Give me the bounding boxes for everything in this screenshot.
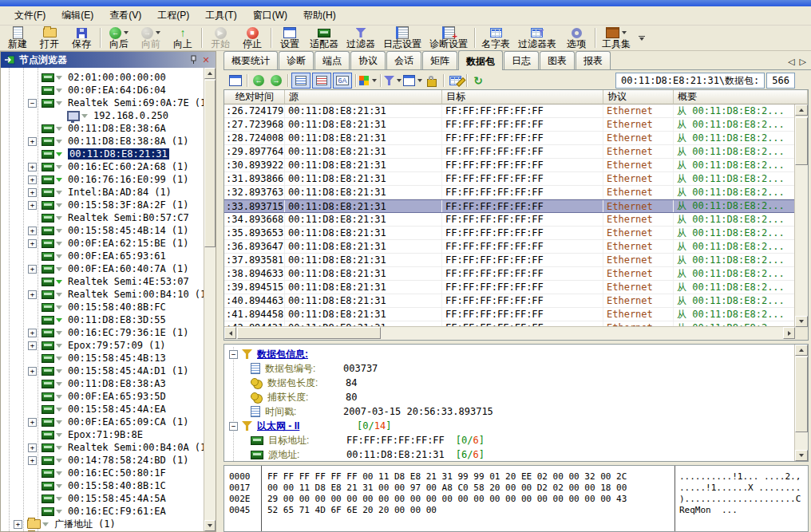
toolset-dropdown-caret[interactable]	[622, 31, 627, 34]
tree-expander[interactable]: +	[28, 265, 37, 274]
tab-protocols[interactable]: 协议	[350, 51, 386, 69]
tree-item[interactable]: 00:15:58:45:4B:13	[1, 352, 204, 365]
detail-scrollbar[interactable]	[794, 345, 808, 461]
column-header-summary[interactable]: 概要	[674, 90, 808, 104]
packet-row[interactable]: :35.89365300:11:D8:E8:21:31FF:FF:FF:FF:F…	[224, 227, 795, 240]
tab-diagnosis[interactable]: 诊断	[279, 51, 314, 69]
packet-row[interactable]: :31.89386600:11:D8:E8:21:31FF:FF:FF:FF:F…	[224, 172, 795, 186]
edit-table-button[interactable]	[447, 73, 463, 89]
tree-item[interactable]: Realtek Semi:B0:57:C7	[1, 211, 204, 224]
diagnosis-settings-button[interactable]: 诊断设置	[425, 26, 472, 50]
packet-row[interactable]: :38.89463300:11:D8:E8:21:31FF:FF:FF:FF:F…	[224, 267, 795, 281]
tab-charts[interactable]: 图表	[540, 51, 575, 69]
tab-scroll-left-button[interactable]: ◁	[788, 57, 794, 66]
packet-row[interactable]: :30.89392200:11:D8:E8:21:31FF:FF:FF:FF:F…	[224, 159, 795, 172]
tree-item[interactable]: +Realtek Semi:00:B4:10(1)	[1, 288, 204, 301]
tree-item[interactable]: 00:0F:EA:65:93:5D	[1, 390, 204, 403]
tree-item[interactable]: Realtek Semi:4E:53:07	[1, 275, 204, 288]
tree-item[interactable]: 00:15:58:40:8B:FC	[1, 301, 204, 313]
close-panel-button[interactable]: ✕	[200, 54, 212, 65]
tree-item[interactable]: 00:16:EC:F9:61:EA	[1, 505, 204, 518]
packet-row[interactable]: :26.72417900:11:D8:E8:21:31FF:FF:FF:FF:F…	[224, 104, 795, 118]
packet-row[interactable]: :37.89358100:11:D8:E8:21:31FF:FF:FF:FF:F…	[224, 254, 795, 267]
tree-item[interactable]: +Realtek Semi:00:B4:0A(1)	[1, 441, 204, 454]
detail-field-row[interactable]: 数据包长度:84	[224, 376, 795, 390]
tree-expander[interactable]: +	[28, 239, 37, 248]
tab-endpoints[interactable]: 端点	[315, 51, 350, 69]
tree-scrollbar[interactable]	[204, 68, 216, 531]
column-header-protocol[interactable]: 协议	[603, 90, 674, 104]
options-button[interactable]: 选项	[560, 26, 592, 50]
vertical-splitter[interactable]	[216, 51, 224, 532]
tree-item[interactable]: +00:16:76:16:E0:99(1)	[1, 173, 204, 186]
popup-window-button[interactable]	[227, 73, 243, 89]
tree-item[interactable]: 00:15:58:45:4A:5A	[1, 492, 204, 505]
tab-matrix[interactable]: 矩阵	[422, 51, 457, 69]
tree-item[interactable]: +00:0F:EA:65:09:CA(1)	[1, 416, 204, 428]
open-button[interactable]: 打开	[34, 26, 65, 50]
packet-row[interactable]: :28.72400800:11:D8:E8:21:31FF:FF:FF:FF:F…	[224, 132, 795, 145]
log-settings-button[interactable]: 日志设置	[379, 26, 425, 50]
packet-row[interactable]: :33.89371500:11:D8:E8:21:31FF:FF:FF:FF:F…	[224, 199, 795, 213]
color-scheme-caret[interactable]	[372, 79, 377, 82]
tree-item[interactable]: 00:15:58:45:4A:EA	[1, 403, 204, 416]
hex-view-toggle[interactable]: 6A	[333, 73, 352, 89]
tree-expander[interactable]: +	[28, 456, 37, 465]
detail-expander[interactable]: −	[229, 350, 238, 359]
tree-item[interactable]: +Intel:BA:AD:84(1)	[1, 186, 204, 199]
tree-item[interactable]: 00:15:58:40:8B:1C	[1, 479, 204, 492]
tree-item[interactable]: +00:15:58:3F:8A:2F(1)	[1, 199, 204, 211]
scroll-down-button[interactable]	[795, 316, 808, 327]
tree-item[interactable]: 00:0F:EA:64:D6:04	[1, 84, 204, 97]
tree-expander[interactable]: +	[28, 367, 37, 376]
detail-expander[interactable]: −	[229, 422, 238, 431]
tree-expander[interactable]: +	[28, 329, 37, 337]
tree-item[interactable]: 00:11:D8:E8:38:6A	[1, 122, 204, 135]
lock-scroll-button[interactable]	[424, 73, 440, 89]
menu-edit[interactable]: 编辑(E)	[53, 7, 101, 24]
tree-item[interactable]: +00:11:D8:E8:38:8A(1)	[1, 135, 204, 148]
tree-expander[interactable]: +	[28, 137, 37, 146]
tree-item[interactable]: Epox:71:9B:8E	[1, 428, 204, 441]
color-scheme-button[interactable]	[359, 73, 377, 89]
packet-row[interactable]: :27.72396800:11:D8:E8:21:31FF:FF:FF:FF:F…	[224, 118, 795, 132]
menu-file[interactable]: 文件(F)	[6, 7, 53, 24]
column-header-time[interactable]: 绝对时间	[224, 90, 285, 104]
tree-expander[interactable]: +	[28, 163, 37, 171]
tree-item[interactable]: 00:0F:EA:65:93:61	[1, 250, 204, 262]
column-header-source[interactable]: 源	[285, 90, 442, 104]
menu-view[interactable]: 查看(V)	[101, 7, 149, 24]
menu-tools[interactable]: 工具(T)	[197, 7, 244, 24]
column-header-destination[interactable]: 目标	[442, 90, 603, 104]
scroll-up-button[interactable]	[795, 104, 808, 116]
tree-item[interactable]: 00:16:EC:50:80:1F	[1, 467, 204, 479]
packet-list-hscrollbar[interactable]	[224, 326, 795, 340]
tree-expander[interactable]: +	[28, 227, 37, 235]
tree-expander[interactable]: +	[28, 341, 37, 350]
packet-row[interactable]: :29.89776400:11:D8:E8:21:31FF:FF:FF:FF:F…	[224, 145, 795, 159]
tree-item[interactable]: −Realtek Semi:69:0A:7E(1)	[1, 97, 204, 109]
adapter-button[interactable]: 适配器	[306, 26, 342, 50]
goto-packet-button[interactable]	[403, 73, 422, 89]
tree-item[interactable]: +00:0F:EA:62:15:BE(1)	[1, 237, 204, 250]
detail-field-row[interactable]: 时间戳:2007-03-15 20:56:33.893715	[224, 404, 795, 419]
stop-button[interactable]: ■停止	[236, 26, 268, 50]
tree-item[interactable]: +00:0F:EA:60:40:7A(1)	[1, 262, 204, 275]
tree-item[interactable]: +00:15:58:45:4A:D1(1)	[1, 365, 204, 377]
scrollbar-thumb[interactable]	[795, 117, 808, 165]
tree-expander[interactable]: +	[28, 188, 37, 197]
back-button[interactable]: ←向后	[103, 26, 135, 50]
detail-field-row[interactable]: 捕获长度:80	[224, 390, 795, 404]
packet-row[interactable]: :32.89376300:11:D8:E8:21:31FF:FF:FF:FF:F…	[224, 186, 795, 199]
tree-item[interactable]: 192.168.0.250	[1, 109, 204, 122]
tree-expander[interactable]: +	[28, 175, 37, 184]
tab-summary-stats[interactable]: 概要统计	[224, 51, 278, 69]
packet-row[interactable]: :34.89366800:11:D8:E8:21:31FF:FF:FF:FF:F…	[224, 213, 795, 227]
goto-packet-caret[interactable]	[417, 79, 422, 82]
refresh-button[interactable]: ↻	[470, 73, 486, 89]
toolbar-overflow-button[interactable]	[636, 26, 647, 50]
packet-row[interactable]: :39.89451500:11:D8:E8:21:31FF:FF:FF:FF:F…	[224, 281, 795, 294]
scroll-right-button[interactable]	[783, 327, 795, 339]
filter-table-button[interactable]: 过滤器表	[514, 26, 560, 50]
tree-item[interactable]: +组播地址(1)	[1, 530, 204, 531]
